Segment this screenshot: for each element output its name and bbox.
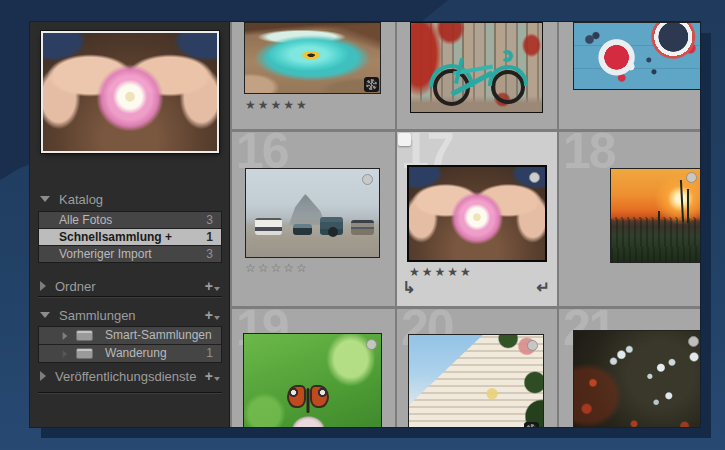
grid-cell-21[interactable]: 21 — [559, 309, 700, 427]
chevron-right-icon — [63, 350, 68, 358]
thumbnail-coastal-town[interactable] — [408, 334, 544, 427]
collection-set-icon — [76, 330, 93, 341]
plus-icon: + — [205, 307, 213, 323]
desktop-background: Katalog Alle Fotos 3 Schnellsammlung + 1… — [0, 0, 725, 450]
caret-down-icon — [214, 377, 220, 381]
photo-library-window: Katalog Alle Fotos 3 Schnellsammlung + 1… — [30, 22, 700, 427]
camper-van — [255, 218, 282, 235]
item-label: Wanderung — [105, 345, 167, 362]
thumbnail-grid: ★★★★★ 16 — [230, 22, 700, 427]
grass-spike — [687, 189, 689, 223]
left-panel: Katalog Alle Fotos 3 Schnellsammlung + 1… — [30, 22, 230, 427]
butterfly-shape — [287, 385, 329, 415]
section-label: Veröffentlichungsdienste — [55, 369, 196, 384]
section-header-katalog[interactable]: Katalog — [30, 190, 230, 208]
caret-down-icon — [214, 316, 220, 320]
quick-collection-marker[interactable] — [686, 172, 697, 183]
chevron-right-icon — [40, 371, 46, 381]
plus-icon: + — [205, 278, 213, 294]
thumbnail-butterfly[interactable] — [243, 333, 382, 427]
butterfly-wing — [310, 385, 329, 408]
sidebar-item-wanderung[interactable]: Wanderung 1 — [39, 345, 221, 362]
van-with-spare-tire — [320, 217, 343, 235]
caret-down-icon — [214, 287, 220, 291]
grid-cell-16[interactable]: 16 ☆☆☆☆☆ — [232, 132, 395, 306]
grid-cell-berries[interactable] — [559, 22, 700, 129]
butterfly-wing — [287, 385, 306, 408]
thumbnail-pool-raft[interactable] — [244, 22, 381, 94]
thumbnail-sunset-field[interactable] — [610, 168, 700, 263]
thumbnail-hands-dahlia[interactable] — [407, 165, 547, 262]
star-rating[interactable]: ★★★★★ — [409, 265, 473, 279]
grid-cell-pool[interactable]: ★★★★★ — [232, 22, 395, 129]
item-label: Schnellsammlung + — [59, 230, 172, 244]
grid-cell-19[interactable]: 19 — [232, 309, 395, 427]
section-header-sammlungen[interactable]: Sammlungen + — [30, 306, 230, 324]
section-label: Ordner — [55, 279, 95, 294]
grid-cell-18[interactable]: 18 — [559, 132, 700, 306]
thumbnail-foggy-beach-vans[interactable] — [245, 168, 380, 258]
rotate-ccw-button[interactable]: ↳ — [402, 280, 415, 296]
item-count: 3 — [206, 212, 213, 228]
quick-collection-marker[interactable] — [527, 340, 538, 351]
add-folder-button[interactable]: + — [205, 278, 220, 294]
thumbnail-berry-mugs[interactable] — [573, 22, 700, 90]
add-publish-service-button[interactable]: + — [205, 368, 220, 384]
chevron-down-icon — [40, 196, 50, 202]
cell-index-number: 16 — [236, 132, 288, 173]
cell-corner-marker[interactable] — [398, 133, 411, 146]
navigator-preview[interactable] — [41, 31, 219, 153]
quick-collection-marker[interactable] — [529, 172, 540, 183]
chevron-down-icon — [40, 312, 50, 318]
bike-handlebar — [501, 50, 513, 62]
plus-icon: + — [205, 368, 213, 384]
sidebar-item-vorheriger-import[interactable]: Vorheriger Import 3 — [39, 246, 221, 262]
item-label: Vorheriger Import — [59, 247, 152, 261]
sidebar-item-alle-fotos[interactable]: Alle Fotos 3 — [39, 212, 221, 228]
star-rating[interactable]: ☆☆☆☆☆ — [245, 261, 309, 275]
car — [293, 224, 313, 235]
butterfly-body — [307, 388, 310, 413]
chevron-right-icon — [63, 332, 68, 340]
item-count: 1 — [206, 229, 213, 245]
grid-cell-17-selected[interactable]: 17 ★★★★★ ↳ ↵ — [397, 132, 557, 306]
katalog-list: Alle Fotos 3 Schnellsammlung + 1 Vorheri… — [38, 211, 222, 263]
hillside-buildings — [409, 335, 543, 427]
sidebar-item-schnellsammlung[interactable]: Schnellsammlung + 1 — [39, 229, 221, 245]
quick-collection-marker[interactable] — [362, 174, 373, 185]
thumbnail-teal-bicycle[interactable] — [410, 22, 543, 113]
section-header-ordner[interactable]: Ordner + — [30, 277, 230, 295]
chevron-right-icon — [40, 281, 46, 291]
item-count: 1 — [206, 345, 213, 362]
collection-badge-icon[interactable] — [364, 77, 379, 92]
cell-index-number: 18 — [563, 132, 615, 173]
section-header-veroeffentlichungsdienste[interactable]: Veröffentlichungsdienste + — [30, 367, 230, 385]
collection-icon — [76, 348, 93, 359]
grid-cell-20[interactable]: 20 — [397, 309, 557, 427]
divider — [38, 392, 222, 394]
navigator-preview-image — [43, 33, 217, 151]
collection-badge-icon[interactable] — [524, 422, 539, 427]
quick-collection-marker[interactable] — [688, 336, 699, 347]
wagon-with-roof-box — [351, 220, 374, 235]
grass-spike — [679, 180, 683, 222]
sammlungen-list: Smart-Sammlungen Wanderung 1 — [38, 326, 222, 363]
section-label: Sammlungen — [59, 308, 136, 323]
grid-cell-bicycle[interactable] — [397, 22, 557, 129]
rotate-cw-button[interactable]: ↵ — [537, 280, 550, 296]
section-label: Katalog — [59, 192, 103, 207]
thumbnail-dark-wildflowers[interactable] — [573, 330, 700, 427]
sidebar-item-smart-sammlungen[interactable]: Smart-Sammlungen — [39, 327, 221, 344]
star-rating[interactable]: ★★★★★ — [245, 98, 309, 112]
quick-collection-marker[interactable] — [366, 339, 377, 350]
divider — [38, 296, 222, 298]
bike-fender — [488, 65, 528, 86]
item-count: 3 — [206, 246, 213, 262]
add-collection-button[interactable]: + — [205, 307, 220, 323]
grass-spike — [658, 211, 660, 229]
item-label: Alle Fotos — [59, 213, 112, 227]
item-label: Smart-Sammlungen — [105, 327, 212, 344]
